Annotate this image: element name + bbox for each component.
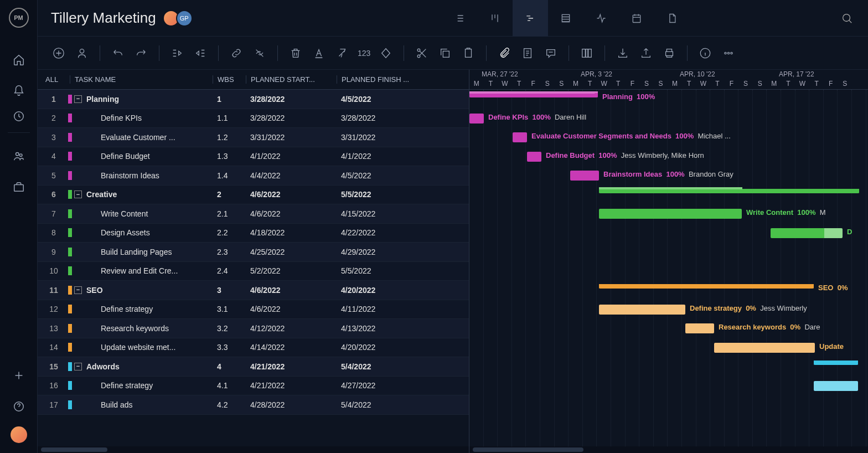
table-row[interactable]: 15 − Adwords 4 4/21/2022 5/4/2022 <box>38 357 469 377</box>
table-row[interactable]: 12 Define strategy 3.1 4/6/2022 4/11/202… <box>38 300 469 320</box>
table-row[interactable]: 5 Brainstorm Ideas 1.4 4/4/2022 4/5/2022 <box>38 166 469 186</box>
project-members[interactable]: GP <box>166 10 193 27</box>
task-name-cell[interactable]: Define Budget <box>70 152 213 161</box>
attachment-icon[interactable] <box>497 45 512 61</box>
notes-icon[interactable] <box>520 45 535 61</box>
col-wbs[interactable]: WBS <box>213 75 246 84</box>
task-name-cell[interactable]: Evaluate Customer ... <box>70 133 213 142</box>
search-icon[interactable] <box>839 11 855 26</box>
gantt-bar[interactable]: D <box>771 228 843 238</box>
link-icon[interactable] <box>229 45 244 61</box>
gantt-bar[interactable]: Research keywords 0% Dare <box>685 323 714 333</box>
col-start[interactable]: PLANNED START... <box>246 75 337 84</box>
columns-icon[interactable] <box>579 45 595 61</box>
recent-icon[interactable] <box>8 111 30 133</box>
gantt-bar[interactable]: Planning 100% <box>469 93 598 97</box>
collapse-icon[interactable]: − <box>74 95 82 103</box>
table-row[interactable]: 16 Define strategy 4.1 4/21/2022 4/27/20… <box>38 377 469 396</box>
member-avatar[interactable]: GP <box>176 10 193 27</box>
table-row[interactable]: 9 Build Landing Pages 2.3 4/25/2022 4/29… <box>38 243 469 262</box>
gantt-scrollbar[interactable] <box>469 446 868 453</box>
activity-view-tab[interactable] <box>583 0 619 37</box>
gantt-row[interactable]: Brainstorm Ideas 100% Brandon Gray <box>469 166 868 186</box>
home-icon[interactable] <box>8 49 30 71</box>
export-icon[interactable] <box>638 45 654 61</box>
table-row[interactable]: 6 − Creative 2 4/6/2022 5/5/2022 <box>38 186 469 205</box>
task-name-cell[interactable]: Build ads <box>70 400 213 409</box>
gantt-row[interactable] <box>469 395 868 415</box>
table-row[interactable]: 2 Define KPIs 1.1 3/28/2022 3/28/2022 <box>38 109 469 128</box>
calendar-view-tab[interactable] <box>619 0 654 37</box>
table-row[interactable]: 3 Evaluate Customer ... 1.2 3/31/2022 3/… <box>38 128 469 147</box>
portfolio-icon[interactable] <box>8 176 30 198</box>
gantt-row[interactable] <box>469 243 868 262</box>
table-row[interactable]: 13 Research keywords 3.2 4/12/2022 4/13/… <box>38 319 469 338</box>
gantt-row[interactable]: Write Content 100% M <box>469 204 868 224</box>
print-icon[interactable] <box>662 45 677 61</box>
gantt-row[interactable]: Define KPIs 100% Daren Hill <box>469 109 868 128</box>
task-name-cell[interactable]: Write Content <box>70 209 213 218</box>
task-name-cell[interactable]: Define strategy <box>70 381 213 390</box>
cut-icon[interactable] <box>414 45 430 61</box>
table-row[interactable]: 8 Design Assets 2.2 4/18/2022 4/22/2022 <box>38 224 469 243</box>
gantt-row[interactable] <box>469 262 868 281</box>
text-color-icon[interactable] <box>311 45 327 61</box>
user-avatar[interactable] <box>11 426 27 443</box>
gantt-bar[interactable]: Write Content 100% M <box>599 209 742 219</box>
gantt-bar[interactable]: Define strategy 0% Jess Wimberly <box>599 305 685 315</box>
gantt-row[interactable]: Update <box>469 338 868 358</box>
task-name-cell[interactable]: Build Landing Pages <box>70 248 213 256</box>
import-icon[interactable] <box>615 45 631 61</box>
gantt-row[interactable] <box>469 357 868 377</box>
redo-icon[interactable] <box>133 45 149 61</box>
table-row[interactable]: 11 − SEO 3 4/6/2022 4/20/2022 <box>38 281 469 300</box>
table-row[interactable]: 7 Write Content 2.1 4/6/2022 4/15/2022 <box>38 204 469 224</box>
gantt-bar[interactable] <box>814 361 858 365</box>
gantt-bar[interactable]: Evaluate Customer Segments and Needs 100… <box>513 132 527 142</box>
task-name-cell[interactable]: − Planning <box>70 95 213 104</box>
delete-icon[interactable] <box>288 45 303 61</box>
clear-format-icon[interactable] <box>334 45 350 61</box>
info-icon[interactable] <box>698 45 713 61</box>
indent-icon[interactable] <box>193 45 208 61</box>
add-icon[interactable] <box>8 364 30 387</box>
gantt-bar[interactable]: Define Budget 100% Jess Wimberly, Mike H… <box>527 152 541 162</box>
gantt-row[interactable] <box>469 186 868 205</box>
collapse-icon[interactable]: − <box>74 286 82 294</box>
notifications-icon[interactable] <box>8 80 30 102</box>
task-name-cell[interactable]: − SEO <box>70 286 213 295</box>
sheet-view-tab[interactable] <box>548 0 583 37</box>
task-name-cell[interactable]: Brainstorm Ideas <box>70 171 213 180</box>
paste-icon[interactable] <box>461 45 476 61</box>
table-row[interactable]: 14 Update website met... 3.3 4/14/2022 4… <box>38 338 469 358</box>
task-name-cell[interactable]: Research keywords <box>70 324 213 333</box>
task-name-cell[interactable]: Define strategy <box>70 305 213 313</box>
gantt-row[interactable]: Define strategy 0% Jess Wimberly <box>469 300 868 320</box>
team-icon[interactable] <box>8 145 30 167</box>
gantt-bar[interactable]: Brainstorm Ideas 100% Brandon Gray <box>570 171 599 181</box>
gantt-bar[interactable] <box>814 381 858 391</box>
task-name-cell[interactable]: Update website met... <box>70 343 213 352</box>
col-name[interactable]: TASK NAME <box>70 75 213 84</box>
gantt-row[interactable]: Planning 100% <box>469 90 868 109</box>
more-icon[interactable] <box>721 45 736 61</box>
col-finish[interactable]: PLANNED FINISH ... <box>337 75 469 84</box>
app-logo[interactable]: PM <box>9 8 29 28</box>
table-row[interactable]: 4 Define Budget 1.3 4/1/2022 4/1/2022 <box>38 147 469 167</box>
help-icon[interactable] <box>8 395 30 418</box>
gantt-view-tab[interactable] <box>513 0 548 37</box>
assign-icon[interactable] <box>74 45 90 61</box>
gantt-bar[interactable] <box>599 189 859 193</box>
gantt-row[interactable]: SEO 0% <box>469 281 868 300</box>
table-row[interactable]: 17 Build ads 4.2 4/28/2022 5/4/2022 <box>38 395 469 415</box>
milestone-icon[interactable] <box>378 45 394 61</box>
outdent-icon[interactable] <box>169 45 185 61</box>
comment-icon[interactable] <box>543 45 559 61</box>
gantt-body[interactable]: Planning 100%Define KPIs 100% Daren Hill… <box>469 90 868 446</box>
undo-icon[interactable] <box>110 45 126 61</box>
task-name-cell[interactable]: Review and Edit Cre... <box>70 266 213 275</box>
unlink-icon[interactable] <box>252 45 267 61</box>
gantt-row[interactable]: Evaluate Customer Segments and Needs 100… <box>469 128 868 147</box>
gantt-bar[interactable]: Define KPIs 100% Daren Hill <box>469 114 484 123</box>
task-name-cell[interactable]: − Adwords <box>70 362 213 371</box>
